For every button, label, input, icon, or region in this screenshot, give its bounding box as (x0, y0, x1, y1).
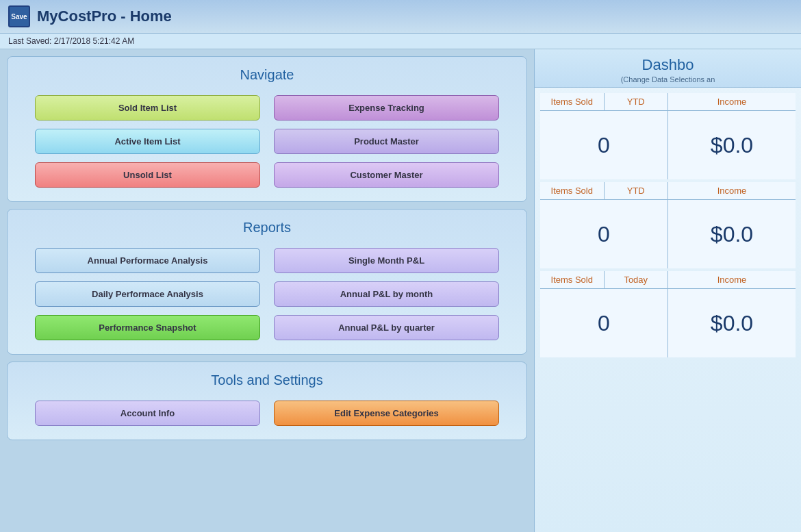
last-saved-bar: Last Saved: 2/17/2018 5:21:42 AM (0, 34, 801, 49)
dashboard-row1: Items Sold YTD 0 Income $0.0 (540, 93, 796, 179)
reports-section: Reports Annual Performace Analysis Singl… (7, 209, 527, 355)
ytd-items-sold-label: Items Sold (540, 93, 605, 110)
income2-value: $0.0 (668, 200, 796, 268)
active-item-button[interactable]: Active Item List (35, 129, 260, 154)
account-info-button[interactable]: Account Info (35, 401, 260, 426)
today-header: Items Sold Today (540, 271, 668, 289)
today-items-sold-label: Items Sold (540, 271, 605, 288)
ytd2-body: 0 (540, 200, 668, 268)
income2-body: $0.0 (668, 200, 796, 268)
ytd-items-value: 0 (540, 111, 668, 179)
dashboard-card-today: Items Sold Today 0 (540, 271, 668, 357)
income1-value: $0.0 (668, 111, 796, 179)
daily-performance-button[interactable]: Daily Performace Analysis (35, 281, 260, 307)
annual-pl-month-button[interactable]: Annual P&L by month (274, 281, 499, 307)
title-bar: Save MyCostPro - Home (0, 0, 801, 34)
income2-label: Income (668, 182, 796, 199)
ytd2-header: Items Sold YTD (540, 182, 668, 200)
edit-expense-button[interactable]: Edit Expense Categories (274, 401, 499, 426)
tools-section: Tools and Settings Account Info Edit Exp… (7, 362, 527, 440)
income1-header: Income (668, 93, 796, 111)
customer-master-button[interactable]: Customer Master (274, 162, 499, 188)
product-master-button[interactable]: Product Master (274, 129, 499, 154)
income1-body: $0.0 (668, 111, 796, 179)
tools-button-grid: Account Info Edit Expense Categories (21, 401, 513, 426)
single-month-button[interactable]: Single Month P&L (274, 248, 499, 273)
ytd2-items-value: 0 (540, 200, 668, 268)
performance-snapshot-button[interactable]: Performance Snapshot (35, 315, 260, 340)
navigate-button-grid: Sold Item List Expense Tracking Active I… (21, 95, 513, 188)
dashboard-row2: Items Sold YTD 0 Income $0.0 (540, 182, 796, 268)
navigate-section: Navigate Sold Item List Expense Tracking… (7, 56, 527, 202)
today-items-value: 0 (540, 289, 668, 357)
today-label: Today (605, 271, 668, 288)
right-panel: Dashbo (Change Data Selections an Items … (534, 49, 801, 532)
income3-header: Income (668, 271, 796, 289)
navigate-title: Navigate (21, 67, 513, 83)
reports-title: Reports (21, 220, 513, 236)
ytd-label: YTD (605, 93, 668, 110)
expense-tracking-button[interactable]: Expense Tracking (274, 95, 499, 121)
unsold-list-button[interactable]: Unsold List (35, 162, 260, 188)
tools-title: Tools and Settings (21, 372, 513, 388)
dashboard-card-income3: Income $0.0 (668, 271, 796, 357)
income2-header: Income (668, 182, 796, 200)
dashboard-header: Dashbo (Change Data Selections an (535, 49, 801, 88)
app-title: MyCostPro - Home (37, 8, 172, 25)
ytd2-items-sold-label: Items Sold (540, 182, 605, 199)
income3-label: Income (668, 271, 796, 288)
dashboard-subtitle: (Change Data Selections an (545, 75, 791, 84)
dashboard-row3: Items Sold Today 0 Income $0.0 (540, 271, 796, 357)
dashboard-card-ytd2: Items Sold YTD 0 (540, 182, 668, 268)
today-body: 0 (540, 289, 668, 357)
income3-value: $0.0 (668, 289, 796, 357)
dashboard-card-income2: Income $0.0 (668, 182, 796, 268)
annual-performance-button[interactable]: Annual Performace Analysis (35, 248, 260, 273)
dashboard-card-ytd: Items Sold YTD 0 (540, 93, 668, 179)
main-layout: Navigate Sold Item List Expense Tracking… (0, 49, 801, 532)
left-panel: Navigate Sold Item List Expense Tracking… (0, 49, 534, 532)
dashboard-card-income1: Income $0.0 (668, 93, 796, 179)
sold-item-button[interactable]: Sold Item List (35, 95, 260, 121)
income3-body: $0.0 (668, 289, 796, 357)
save-icon[interactable]: Save (8, 5, 30, 27)
ytd2-label: YTD (605, 182, 668, 199)
reports-button-grid: Annual Performace Analysis Single Month … (21, 248, 513, 340)
ytd-header: Items Sold YTD (540, 93, 668, 111)
dashboard-title: Dashbo (545, 56, 791, 74)
ytd-body: 0 (540, 111, 668, 179)
income1-label: Income (668, 93, 796, 110)
annual-pl-quarter-button[interactable]: Annual P&L by quarter (274, 315, 499, 340)
